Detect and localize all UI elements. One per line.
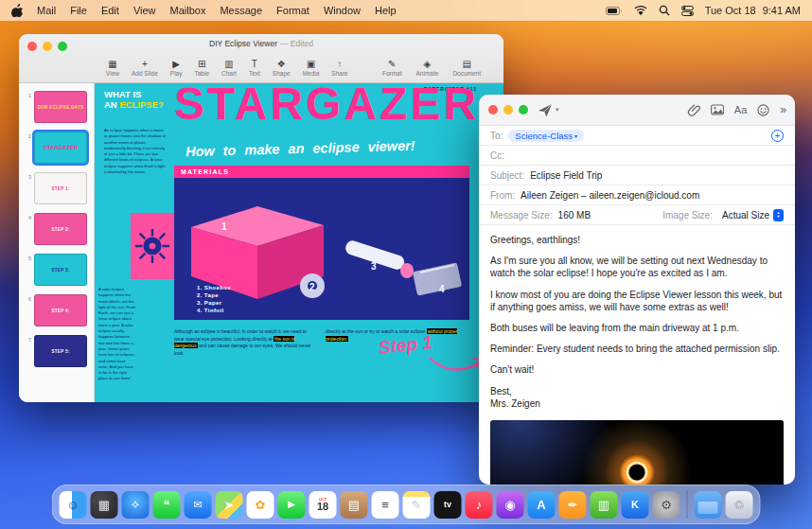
message-body[interactable]: Greetings, earthlings!As I'm sure you al… [479, 225, 795, 420]
toolbar-item[interactable]: ▶ Play [170, 59, 183, 77]
emoji-icon[interactable] [757, 104, 769, 116]
toolbar-label: Media [303, 70, 320, 77]
dock-item-maps[interactable]: ➤ [216, 491, 243, 519]
toolbar-item[interactable]: ✎ Format [382, 59, 402, 77]
toolbar-item[interactable]: + Add Slide [132, 59, 158, 77]
search-icon[interactable] [659, 5, 670, 16]
dock-icon-glyph: ♲ [733, 499, 745, 511]
control-center-icon[interactable] [681, 6, 694, 16]
mail-titlebar[interactable]: ▾ Aa » [479, 95, 795, 126]
slide-thumbnail[interactable]: 3 STEP 1: [23, 172, 90, 204]
dock-item-launchpad[interactable]: ▦ [91, 491, 118, 519]
body-paragraph: Can't wait! [490, 363, 784, 376]
materials-list: 1. Shoebox2. Tape3. Paper4. Tinfoil [197, 284, 231, 314]
dock-icon-glyph: ✒ [568, 499, 578, 511]
menu-bar: MailFileEditViewMailboxMessageFormatWind… [0, 0, 812, 21]
toolbar-icon: ⊞ [198, 59, 205, 69]
toolbar-item[interactable]: ❖ Shape [273, 59, 291, 77]
attach-icon[interactable] [687, 103, 700, 116]
from-field[interactable]: From: Aileen Zeigen – aileen.zeigen@iclo… [479, 185, 795, 205]
slide-thumbnail[interactable]: 7 STEP 5: [23, 335, 90, 367]
keynote-titlebar[interactable]: DIY Eclipse Viewer— Edited ▦ View + Add … [19, 34, 503, 83]
dock-item-pages[interactable]: ✒ [559, 491, 587, 519]
close-button[interactable] [488, 105, 498, 115]
toolbar-item[interactable]: ▦ View [106, 59, 119, 77]
toolbar-item[interactable]: ↑ Share [331, 59, 347, 77]
dock-icon-glyph: tv [444, 501, 451, 509]
dock-item-messages[interactable]: ❝ [153, 491, 181, 519]
recipient-token[interactable]: Science-Class ▾ [508, 130, 584, 142]
toolbar-item[interactable]: ▤ Document [452, 59, 481, 77]
eclipse-attachment-image[interactable] [490, 420, 784, 485]
toolbar-icon: ▶ [172, 59, 180, 69]
toolbar-icon: T [252, 59, 257, 69]
slide-thumbnail[interactable]: 4 STEP 2: [23, 213, 90, 245]
desktop: MailFileEditViewMailboxMessageFormatWind… [0, 0, 812, 529]
toolbar-item[interactable]: ▥ Chart [221, 59, 237, 77]
battery-icon[interactable] [606, 7, 623, 15]
menu-item[interactable]: Mailbox [170, 5, 206, 16]
dock-item-tv[interactable]: tv [434, 491, 462, 519]
toolbar-icon: ◈ [424, 59, 432, 69]
menu-item[interactable]: File [70, 5, 87, 16]
image-size-label: Image Size: [662, 210, 713, 220]
more-toolbar-button[interactable]: » [780, 103, 786, 116]
menu-item[interactable]: Window [324, 5, 361, 16]
dock-item-trash[interactable]: ♲ [726, 491, 753, 519]
menu-clock[interactable]: Tue Oct 18 9:41 AM [705, 5, 801, 16]
menu-item[interactable]: Edit [101, 5, 119, 16]
slide-canvas[interactable]: EXPERIMENT #11 WHAT IS AN ECLIPSE? An ec… [95, 83, 503, 402]
dock-item-photos[interactable]: ✿ [247, 491, 274, 519]
slide-thumbnail[interactable]: 5 STEP 3: [23, 254, 90, 286]
materials-list-item: 1. Shoebox [197, 284, 231, 291]
toolbar-item[interactable]: ⊞ Table [194, 59, 209, 77]
send-button[interactable] [538, 103, 553, 117]
dock-item-settings[interactable]: ⚙ [653, 491, 680, 519]
minimize-button[interactable] [503, 105, 513, 115]
dock-icon-glyph: ✎ [412, 499, 422, 511]
dock-item-calendar[interactable]: OCT 18 [309, 491, 337, 519]
menu-item[interactable]: Message [220, 5, 262, 16]
menu-item[interactable]: Help [375, 5, 397, 16]
apple-menu-icon[interactable] [11, 4, 23, 17]
slide-thumbnail[interactable]: 1 OUR ECLIPSE DAYS [23, 91, 90, 123]
dock-item-music[interactable]: ♪ [466, 491, 493, 519]
slide-thumbnail[interactable]: 2 STARGAZER [23, 132, 90, 164]
slide-navigator: 1 OUR ECLIPSE DAYS 2 STARGAZER 3 [19, 83, 95, 402]
menu-item[interactable]: Format [276, 5, 309, 16]
dock-item-downloads-folder[interactable] [695, 491, 722, 519]
dock-item-podcasts[interactable]: ◉ [497, 491, 524, 519]
wifi-icon[interactable] [634, 6, 647, 16]
menu-item[interactable]: Mail [37, 5, 56, 16]
dock-item-contacts[interactable]: ▤ [341, 491, 368, 519]
dock-item-safari[interactable]: ✧ [122, 491, 150, 519]
dock-item-keynote[interactable]: K [622, 491, 649, 519]
format-text-button[interactable]: Aa [734, 104, 747, 115]
insert-photo-icon[interactable] [711, 104, 724, 115]
add-recipient-button[interactable]: + [771, 130, 784, 142]
dock-item-numbers[interactable]: ▥ [591, 491, 618, 519]
toolbar-item[interactable]: T Text [249, 59, 260, 77]
dock-item-finder[interactable]: ☺ [60, 491, 87, 519]
dock-icon-glyph: ➤ [224, 499, 235, 511]
dock-item-reminders[interactable]: ≡ [372, 491, 399, 519]
menu-item[interactable]: View [133, 5, 156, 16]
dock-item-mail[interactable]: ✉ [185, 491, 212, 519]
zoom-button[interactable] [519, 105, 528, 115]
slide-thumb-label: STEP 1: [51, 186, 69, 191]
materials-illustration: 1234 1. Shoebox2. Tape3. Paper4. Tinfoil [174, 178, 469, 320]
cc-field[interactable]: Cc: [479, 146, 795, 166]
slide-thumbnail[interactable]: 6 STEP 4: [23, 294, 90, 326]
dock-item-notes[interactable]: ✎ [403, 491, 431, 519]
to-field[interactable]: To: Science-Class ▾ + [479, 126, 795, 146]
image-size-select[interactable]: ▴▾ [773, 209, 784, 221]
chevron-down-icon: ▾ [574, 132, 577, 139]
dock-item-app-store[interactable]: A [528, 491, 556, 519]
subject-field[interactable]: Subject: Eclipse Field Trip [479, 166, 795, 185]
step-arrow-icon [428, 354, 485, 377]
toolbar-item[interactable]: ◈ Animate [416, 59, 439, 77]
slide-number: 3 [23, 174, 31, 180]
dock-item-facetime[interactable]: ▶ [278, 491, 306, 519]
toolbar-item[interactable]: ▣ Media [303, 59, 320, 77]
send-options-chevron-icon[interactable]: ▾ [556, 106, 559, 114]
